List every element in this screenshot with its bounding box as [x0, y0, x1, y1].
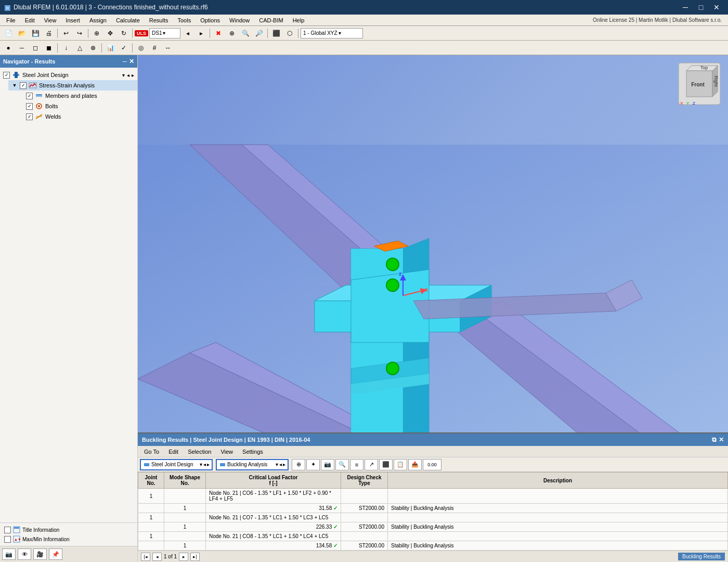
- tb2-dim[interactable]: ↔: [162, 42, 174, 54]
- bp-menu-settings[interactable]: Settings: [238, 448, 267, 456]
- bp-btn-5[interactable]: ≡: [350, 459, 363, 470]
- bp-dropdown-buckling[interactable]: Buckling Analysis ▾ ◂ ▸: [216, 459, 289, 470]
- bp-btn-6[interactable]: ↗: [365, 459, 378, 470]
- tb-stop[interactable]: ✖: [212, 28, 225, 39]
- close-button[interactable]: ✕: [709, 2, 724, 12]
- menu-insert[interactable]: Insert: [61, 16, 84, 24]
- bp-btn-2[interactable]: ✦: [306, 459, 320, 470]
- tb-3d[interactable]: ⬛: [270, 28, 282, 39]
- tb-open[interactable]: 📂: [16, 28, 28, 39]
- bp-dd1-next[interactable]: ▸: [207, 462, 210, 467]
- tb-print[interactable]: 🖨: [43, 28, 55, 39]
- maximize-button[interactable]: □: [694, 2, 708, 12]
- tb-save[interactable]: 💾: [29, 28, 42, 39]
- nav-dropdown-arrow[interactable]: ▾: [122, 72, 125, 78]
- tb-new[interactable]: 📄: [2, 28, 15, 39]
- tb-move[interactable]: ✥: [104, 28, 116, 39]
- menu-cadbim[interactable]: CAD-BIM: [255, 16, 287, 24]
- tb-rotate[interactable]: ↻: [118, 28, 130, 39]
- nav-members-item[interactable]: Members and plates: [23, 91, 137, 101]
- nav-next-btn[interactable]: ▸: [132, 72, 134, 78]
- bp-btn-9[interactable]: 📤: [408, 459, 422, 470]
- sb-checkbox-maxmin[interactable]: [4, 536, 11, 543]
- bp-menu-view[interactable]: View: [216, 448, 237, 456]
- menu-assign[interactable]: Assign: [85, 16, 111, 24]
- nav-steel-joint-design[interactable]: Steel Joint Design ▾ ◂ ▸: [0, 70, 137, 80]
- tb-zoom1[interactable]: ⊕: [226, 28, 238, 39]
- bp-close-btn[interactable]: ✕: [719, 436, 724, 443]
- minimize-button[interactable]: ─: [678, 2, 693, 12]
- menu-window[interactable]: Window: [225, 16, 254, 24]
- tb2-grid[interactable]: #: [148, 42, 161, 54]
- nav-checkbox-bolts[interactable]: [26, 103, 33, 110]
- sb-camera-btn[interactable]: 📷: [2, 548, 16, 560]
- bp-btn-val[interactable]: 0.00: [423, 459, 441, 470]
- bp-dd2-prev[interactable]: ◂: [279, 462, 282, 467]
- tb-select[interactable]: ⊕: [90, 28, 103, 39]
- tb-zoom2[interactable]: 🔍: [239, 28, 252, 39]
- menu-edit[interactable]: Edit: [21, 16, 39, 24]
- nav-bolts-item[interactable]: Bolts: [23, 101, 137, 111]
- sb-pin-btn[interactable]: 📌: [49, 548, 62, 560]
- navigator-controls[interactable]: ─ ✕: [122, 58, 134, 65]
- ds1-dropdown[interactable]: DS1 ▾: [149, 28, 180, 39]
- nav-close-btn[interactable]: ✕: [129, 58, 134, 65]
- bp-btn-8[interactable]: 📋: [394, 459, 407, 470]
- bp-btn-3[interactable]: 📷: [321, 459, 334, 470]
- viewport-3d[interactable]: X Z Y x z: [138, 55, 728, 562]
- menu-results[interactable]: Results: [145, 16, 173, 24]
- sb-eye-btn[interactable]: 👁: [18, 548, 31, 560]
- nav-checkbox-welds[interactable]: [26, 113, 33, 120]
- orientation-cube[interactable]: Front Top Right X Y Z: [676, 60, 723, 107]
- tb2-support[interactable]: △: [73, 42, 86, 54]
- nav-minimize-btn[interactable]: ─: [122, 58, 127, 65]
- sb-checkbox-title[interactable]: [4, 527, 11, 533]
- page-first-btn[interactable]: |◂: [141, 553, 150, 561]
- tb-redo[interactable]: ↪: [73, 28, 86, 39]
- page-next-btn[interactable]: ▸: [179, 553, 188, 561]
- menu-options[interactable]: Options: [196, 16, 224, 24]
- tb2-check[interactable]: ✓: [118, 42, 130, 54]
- nav-prev-btn[interactable]: ◂: [127, 72, 129, 78]
- view-dropdown[interactable]: 1 - Global XYZ ▾: [301, 28, 363, 39]
- nav-ssa-expand[interactable]: ▼: [11, 82, 18, 88]
- bp-dd2-next[interactable]: ▸: [283, 462, 285, 467]
- bp-dropdown-design[interactable]: Steel Joint Design ▾ ◂ ▸: [140, 459, 213, 470]
- bp-dd1-prev[interactable]: ◂: [203, 462, 206, 467]
- nav-ssa-item[interactable]: ▼ Stress-Strain Analysis: [8, 80, 137, 91]
- page-prev-btn[interactable]: ◂: [152, 553, 162, 561]
- tb2-surface[interactable]: ◻: [29, 42, 42, 54]
- menu-view[interactable]: View: [40, 16, 61, 24]
- menu-calculate[interactable]: Calculate: [112, 16, 144, 24]
- tb-undo[interactable]: ↩: [60, 28, 72, 39]
- sb-video-btn[interactable]: 🎥: [33, 548, 47, 560]
- nav-checkbox-members[interactable]: [26, 93, 33, 99]
- window-controls[interactable]: ─ □ ✕: [678, 2, 724, 12]
- bp-menu-edit[interactable]: Edit: [164, 448, 183, 456]
- tb2-line[interactable]: ─: [16, 42, 28, 54]
- tb2-cs[interactable]: ⊕: [87, 42, 99, 54]
- bp-menu-selection[interactable]: Selection: [184, 448, 215, 456]
- page-last-btn[interactable]: ▸|: [190, 553, 200, 561]
- tb-nav-next[interactable]: ▸: [195, 28, 207, 39]
- nav-welds-item[interactable]: Welds: [23, 111, 137, 122]
- sidebar-title-info[interactable]: Title Information: [2, 525, 135, 534]
- sidebar-maxmin-info[interactable]: ▲▼ Max/Min Information: [2, 534, 135, 544]
- bp-menu-goto[interactable]: Go To: [140, 448, 163, 456]
- bp-btn-7[interactable]: ⬛: [379, 459, 393, 470]
- tb2-snap[interactable]: ◎: [135, 42, 147, 54]
- menu-file[interactable]: File: [2, 16, 20, 24]
- tb-wire[interactable]: ⬡: [283, 28, 296, 39]
- tb-nav-prev[interactable]: ◂: [181, 28, 194, 39]
- bp-header-controls[interactable]: ⧉ ✕: [712, 436, 724, 443]
- tb2-node[interactable]: ●: [2, 42, 15, 54]
- bp-btn-4[interactable]: 🔍: [335, 459, 349, 470]
- bp-restore-btn[interactable]: ⧉: [712, 436, 717, 443]
- menu-help[interactable]: Help: [289, 16, 309, 24]
- tb2-result[interactable]: 📊: [104, 42, 116, 54]
- tb-zoom3[interactable]: 🔎: [253, 28, 265, 39]
- menu-tools[interactable]: Tools: [173, 16, 195, 24]
- nav-checkbox-ssa[interactable]: [20, 82, 27, 89]
- tb2-solid[interactable]: ◼: [43, 42, 55, 54]
- tb2-load[interactable]: ↓: [60, 42, 72, 54]
